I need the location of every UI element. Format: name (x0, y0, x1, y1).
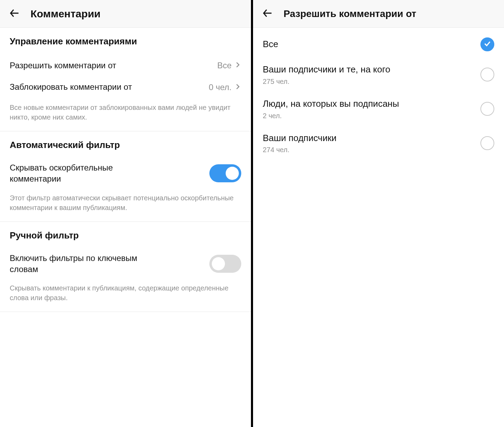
comments-settings-pane: Комментарии Управление комментариями Раз… (0, 0, 251, 427)
section-title-controls: Управление комментариями (10, 36, 241, 47)
option-title: Ваши подписчики (263, 132, 337, 144)
block-comments-label: Заблокировать комментарии от (10, 81, 132, 93)
option-title: Люди, на которых вы подписаны (263, 98, 399, 110)
option-text: Все (263, 38, 278, 50)
manual-filter-description: Скрывать комментарии к публикациям, соде… (10, 283, 241, 303)
page-title: Комментарии (31, 8, 101, 20)
allow-comments-from-pane: Разрешить комментарии от Все Ваши подпис… (253, 0, 504, 427)
section-title-manual-filter: Ручной фильтр (10, 230, 241, 241)
option-title: Все (263, 38, 278, 50)
option-subtitle: 2 чел. (263, 112, 399, 120)
allow-options-list: Все Ваши подписчики и те, на кого 275 че… (253, 28, 504, 164)
block-comments-value-wrap: 0 чел. (209, 82, 241, 92)
controls-description: Все новые комментарии от заблокированных… (10, 103, 241, 122)
back-button[interactable] (260, 6, 275, 21)
block-comments-from-row[interactable]: Заблокировать комментарии от 0 чел. (10, 78, 241, 96)
option-text: Ваши подписчики 274 чел. (263, 132, 337, 154)
radio-indicator (480, 102, 494, 116)
option-text: Люди, на которых вы подписаны 2 чел. (263, 98, 399, 120)
option-followers[interactable]: Ваши подписчики 274 чел. (263, 126, 494, 160)
chevron-right-icon (234, 61, 241, 70)
radio-indicator (480, 68, 494, 81)
radio-indicator (480, 136, 494, 150)
radio-indicator (480, 37, 494, 51)
section-auto-filter: Автоматический фильтр Скрывать оскорбите… (0, 131, 251, 222)
allow-comments-value: Все (217, 61, 232, 70)
left-header: Комментарии (0, 0, 251, 28)
allow-comments-label: Разрешить комментарии от (10, 60, 116, 71)
chevron-right-icon (234, 82, 241, 92)
option-text: Ваши подписчики и те, на кого 275 чел. (263, 64, 390, 86)
auto-filter-description: Этот фильтр автоматически скрывает потен… (10, 193, 241, 212)
toggle-knob (212, 257, 225, 270)
option-following[interactable]: Люди, на которых вы подписаны 2 чел. (263, 92, 494, 126)
arrow-left-icon (262, 7, 273, 20)
check-icon (484, 40, 491, 49)
block-comments-value: 0 чел. (209, 82, 232, 92)
option-title: Ваши подписчики и те, на кого (263, 64, 390, 76)
section-title-auto-filter: Автоматический фильтр (10, 140, 241, 150)
option-everyone[interactable]: Все (263, 31, 494, 58)
keyword-filter-row: Включить фильтры по ключевым словам (10, 251, 241, 277)
back-button[interactable] (7, 6, 22, 21)
hide-offensive-label: Скрывать оскорбительные комментарии (10, 162, 162, 185)
section-comment-controls: Управление комментариями Разрешить комме… (0, 28, 251, 131)
page-title: Разрешить комментарии от (284, 8, 416, 19)
allow-comments-value-wrap: Все (217, 61, 241, 70)
arrow-left-icon (9, 7, 20, 20)
toggle-knob (226, 167, 239, 180)
hide-offensive-row: Скрывать оскорбительные комментарии (10, 160, 241, 187)
allow-comments-from-row[interactable]: Разрешить комментарии от Все (10, 56, 241, 75)
hide-offensive-toggle[interactable] (209, 164, 241, 182)
option-followers-and-following[interactable]: Ваши подписчики и те, на кого 275 чел. (263, 58, 494, 92)
keyword-filter-label: Включить фильтры по ключевым словам (10, 253, 162, 275)
section-manual-filter: Ручной фильтр Включить фильтры по ключев… (0, 222, 251, 312)
right-header: Разрешить комментарии от (253, 0, 504, 28)
option-subtitle: 274 чел. (263, 146, 337, 154)
option-subtitle: 275 чел. (263, 78, 390, 86)
keyword-filter-toggle[interactable] (209, 255, 241, 273)
